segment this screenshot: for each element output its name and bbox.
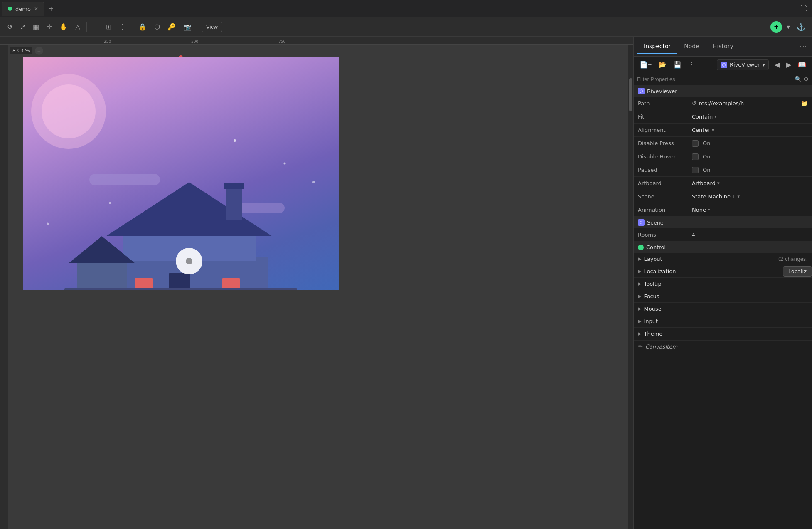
inspector-new-btn[interactable]: 📄+: [637, 59, 654, 70]
toolbar-grid-btn[interactable]: ⊞: [103, 21, 114, 33]
inspector-content: ⬡ RiveViewer Path ↺ res://examples/h 📁 F…: [634, 85, 812, 529]
control-section-header: Control: [634, 242, 812, 253]
focus-row[interactable]: ▶ Focus: [634, 290, 812, 303]
path-refresh-icon[interactable]: ↺: [692, 100, 696, 106]
input-row[interactable]: ▶ Input: [634, 315, 812, 328]
toolbar-snap-btn[interactable]: ⊹: [90, 21, 101, 33]
animation-label: Animation: [638, 207, 692, 213]
canvas-scrollbar-thumb[interactable]: [629, 78, 632, 111]
inspector-doc-btn[interactable]: 📖: [795, 59, 809, 70]
fit-dropdown[interactable]: Contain ▾: [692, 114, 717, 120]
layout-badge: (2 changes): [778, 256, 808, 262]
tab-close-icon[interactable]: ×: [34, 6, 38, 12]
scene-dropdown[interactable]: State Machine 1 ▾: [692, 193, 740, 200]
svg-point-5: [284, 163, 286, 165]
node-dropdown[interactable]: ⬡ RiveViewer ▾: [717, 59, 769, 70]
mouse-row[interactable]: ▶ Mouse: [634, 303, 812, 315]
tab-label: demo: [15, 6, 31, 12]
tab-bar: demo × + ⛶: [0, 0, 812, 17]
artboard-dropdown[interactable]: Artboard ▾: [692, 180, 719, 186]
input-label: Input: [644, 318, 658, 324]
rooms-input[interactable]: [692, 232, 717, 238]
tooltip-label: Tooltip: [644, 281, 661, 287]
toolbar-select-btn[interactable]: ▦: [30, 21, 42, 33]
riveviewer-section-icon: ⬡: [638, 88, 645, 94]
filter-settings-icon[interactable]: ⚙: [803, 76, 809, 82]
focus-label: Focus: [644, 293, 659, 299]
localization-row[interactable]: ▶ Localization Localiz: [634, 265, 812, 278]
fit-value-text: Contain: [692, 114, 713, 120]
tab-node[interactable]: Node: [677, 40, 706, 54]
animation-dropdown[interactable]: None ▾: [692, 207, 710, 213]
zoom-add-button[interactable]: +: [35, 47, 43, 55]
path-label: Path: [638, 100, 692, 106]
canvas-item-row: ✏️ CanvasItem: [634, 340, 812, 352]
toolbar-more-btn[interactable]: ⋮: [116, 21, 128, 33]
toolbar-fit-btn[interactable]: ⤢: [17, 21, 28, 33]
inspector-open-btn[interactable]: 📂: [656, 59, 669, 70]
path-value: ↺ res://examples/h 📁: [692, 100, 808, 107]
canvas-item-icon: ✏️: [638, 343, 643, 350]
svg-point-20: [186, 258, 192, 264]
scene-value-text: State Machine 1: [692, 193, 736, 200]
toolbar-view-button[interactable]: View: [202, 22, 222, 32]
paused-on: On: [703, 167, 710, 173]
rooms-row: Rooms: [634, 228, 812, 242]
path-folder-icon[interactable]: 📁: [801, 100, 808, 107]
inspector-tabs-more[interactable]: ⋯: [798, 40, 809, 52]
toolbar-move-btn[interactable]: ✛: [44, 21, 55, 33]
filter-input[interactable]: [637, 76, 793, 82]
scene-chevron-icon: ▾: [737, 194, 740, 199]
theme-arrow-icon: ▶: [638, 331, 641, 336]
paused-checkbox[interactable]: [692, 167, 699, 173]
layout-row[interactable]: ▶ Layout (2 changes): [634, 253, 812, 265]
paused-row: Paused On: [634, 163, 812, 177]
theme-row[interactable]: ▶ Theme: [634, 328, 812, 340]
svg-point-6: [109, 202, 111, 204]
fullscreen-button[interactable]: ⛶: [797, 3, 810, 14]
toolbar-key-btn[interactable]: 🔑: [165, 21, 179, 33]
alignment-dropdown[interactable]: Center ▾: [692, 127, 714, 133]
ruler-tick-250: 250: [104, 40, 111, 44]
tab-dot: [8, 7, 12, 11]
toolbar-cam-btn[interactable]: 📷: [180, 21, 194, 33]
disable-press-value: On: [692, 140, 808, 147]
inspector-tabs: Inspector Node History ⋯: [634, 37, 812, 57]
toolbar-crop-btn[interactable]: △: [72, 21, 83, 33]
tab-history[interactable]: History: [706, 40, 740, 54]
disable-hover-checkbox[interactable]: [692, 153, 699, 160]
toolbar-dropdown-btn[interactable]: ▾: [784, 21, 793, 33]
inspector-save-btn[interactable]: 💾: [671, 59, 684, 70]
zoom-label[interactable]: 83.3 %: [10, 47, 32, 54]
disable-press-checkbox[interactable]: [692, 140, 699, 147]
inspector-more-btn[interactable]: ⋮: [686, 59, 697, 70]
toolbar-lock-btn[interactable]: 🔒: [135, 21, 150, 33]
demo-tab[interactable]: demo ×: [2, 2, 44, 16]
tooltip-row[interactable]: ▶ Tooltip: [634, 278, 812, 290]
svg-rect-2: [89, 174, 160, 185]
fit-chevron-icon: ▾: [714, 114, 717, 119]
inspector-nav-prev[interactable]: ◀: [772, 59, 782, 70]
tab-add-button[interactable]: +: [44, 5, 58, 13]
toolbar-transform-btn[interactable]: ⬡: [151, 21, 163, 33]
toolbar: ↺ ⤢ ▦ ✛ ✋ △ ⊹ ⊞ ⋮ 🔒 ⬡ 🔑 📷 View + ▾ ⚓: [0, 17, 812, 37]
tab-inspector[interactable]: Inspector: [637, 40, 677, 54]
toolbar-anchor-btn[interactable]: ⚓: [795, 20, 808, 34]
control-dot: [638, 245, 644, 250]
path-text: res://examples/h: [699, 100, 798, 106]
toolbar-rotate-btn[interactable]: ↺: [4, 21, 15, 33]
animation-value-text: None: [692, 207, 706, 213]
filter-search-icon[interactable]: 🔍: [795, 76, 802, 82]
zoom-bar: 83.3 % +: [10, 47, 43, 55]
canvas-scrollbar-vertical[interactable]: [628, 45, 633, 529]
animation-chevron-icon: ▾: [708, 207, 710, 213]
toolbar-pan-btn[interactable]: ✋: [57, 21, 71, 33]
ruler-vertical: [0, 45, 8, 529]
inspector-nav-next[interactable]: ▶: [784, 59, 794, 70]
layout-arrow-icon: ▶: [638, 256, 641, 262]
toolbar-add-node-button[interactable]: +: [770, 21, 782, 33]
scene-value: State Machine 1 ▾: [692, 193, 808, 200]
scene-section-header: ⬡ Scene: [634, 217, 812, 228]
ruler-horizontal: 250 500 750: [8, 37, 633, 45]
inspector-panel: Inspector Node History ⋯ 📄+ 📂 💾 ⋮ ⬡ Rive…: [633, 37, 812, 529]
